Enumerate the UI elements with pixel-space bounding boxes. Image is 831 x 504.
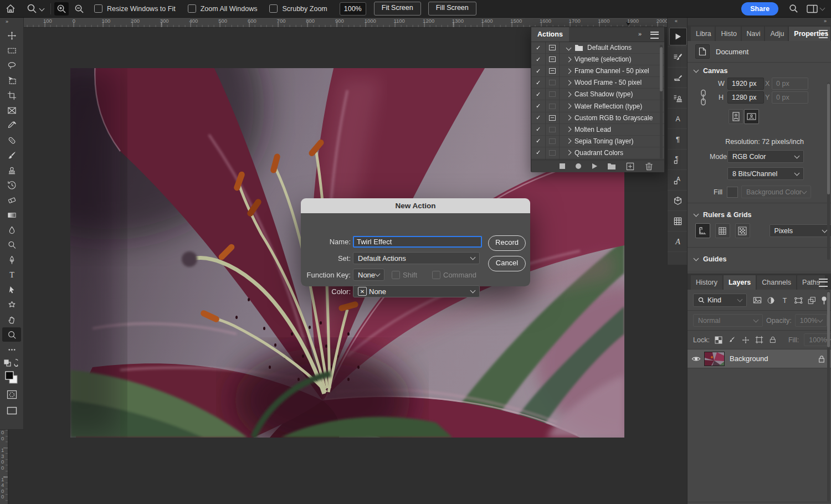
fit-screen-button[interactable]: Fit Screen [374, 2, 421, 16]
new-icon[interactable] [625, 162, 635, 171]
modal-dialog-toggle-icon[interactable] [549, 68, 556, 74]
mode-dropdown[interactable]: RGB Color [727, 150, 804, 163]
option-zoom-all-windows[interactable]: Zoom All Windows [188, 4, 258, 13]
lock-all-icon[interactable] [769, 336, 777, 344]
layer-visibility-eye-icon[interactable] [688, 355, 704, 363]
modal-dialog-toggle-icon[interactable] [549, 104, 556, 109]
toolbar-collapse-icon[interactable]: » [0, 17, 23, 28]
character-panel-icon[interactable]: A [668, 109, 688, 129]
workspace-icon[interactable] [805, 2, 819, 16]
disclosure-chevron-icon[interactable] [566, 45, 572, 50]
modal-dialog-toggle-icon[interactable] [549, 56, 556, 62]
3d-panel-icon[interactable] [668, 191, 688, 211]
action-row[interactable]: ✓Molten Lead [531, 124, 664, 136]
blend-mode-dropdown[interactable]: Normal [693, 314, 763, 327]
dodge-tool[interactable] [0, 238, 23, 253]
modal-dialog-toggle-icon[interactable] [549, 45, 556, 50]
zoom-percent-input[interactable]: 100% [340, 2, 366, 16]
height-input[interactable]: 1280 px [727, 91, 764, 104]
play-icon[interactable] [591, 163, 598, 169]
link-dimensions-icon[interactable] [700, 89, 707, 106]
bit-depth-dropdown[interactable]: 8 Bits/Channel [727, 167, 804, 180]
action-row[interactable]: ✓Custom RGB to Grayscale [531, 112, 664, 124]
paragraph-panel-icon[interactable]: ¶ [668, 129, 688, 150]
include-checkmark-icon[interactable]: ✓ [531, 56, 545, 63]
rulers-grids-header[interactable]: Rulers & Grids [688, 207, 831, 221]
hand-tool[interactable] [0, 312, 23, 327]
workspace-chevron-icon[interactable] [820, 5, 825, 11]
set-dropdown[interactable]: Default Actions [353, 252, 480, 264]
action-name-input[interactable] [353, 236, 482, 248]
swap-colors-icon[interactable] [0, 357, 23, 369]
guides-header[interactable]: Guides [688, 251, 831, 271]
actions-collapse-icon[interactable]: » [638, 30, 642, 37]
lasso-tool[interactable] [0, 58, 23, 73]
smart-object-filter-icon[interactable] [808, 296, 816, 305]
blur-tool[interactable] [0, 223, 23, 238]
modal-dialog-toggle-icon[interactable] [549, 91, 556, 97]
healing-brush-tool[interactable] [0, 133, 23, 148]
cancel-button[interactable]: Cancel [488, 256, 526, 271]
foreground-background-swatches[interactable] [0, 369, 23, 386]
units-dropdown[interactable]: Pixels [770, 224, 831, 237]
actions-tab[interactable]: Actions [531, 27, 569, 42]
action-row[interactable]: ✓Sepia Toning (layer) [531, 136, 664, 147]
action-row[interactable]: ✓Water Reflection (type) [531, 100, 664, 112]
zoom-tool-chevron-icon[interactable] [39, 6, 45, 12]
function-key-dropdown[interactable]: None [353, 269, 384, 281]
layers-menu-icon[interactable] [819, 279, 828, 287]
zoom-tool-icon[interactable] [24, 2, 39, 16]
screen-mode-icon[interactable] [0, 403, 23, 418]
folder-icon[interactable] [607, 163, 616, 170]
kind-filter-dropdown[interactable]: Kind [693, 294, 747, 307]
eraser-tool[interactable] [0, 193, 23, 208]
type-small-filter-icon[interactable]: T [780, 296, 789, 305]
zoom-in-button[interactable] [54, 2, 69, 16]
option-resize-windows-to-fit[interactable]: Resize Windows to Fit [94, 4, 176, 13]
layers-scrollbar[interactable] [827, 291, 830, 501]
frame-tool[interactable] [0, 103, 23, 118]
disclosure-chevron-icon[interactable] [566, 56, 572, 62]
tab-layers[interactable]: Layers [724, 275, 756, 290]
brushes-panel-icon[interactable] [668, 68, 688, 88]
toggle-rulers-button[interactable] [695, 223, 710, 238]
glyphs-panel-icon[interactable]: A [668, 232, 688, 252]
action-row[interactable]: ✓Quadrant Colors [531, 147, 664, 159]
include-checkmark-icon[interactable]: ✓ [531, 114, 545, 121]
rectangular-marquee-tool[interactable] [0, 43, 23, 58]
stop-icon[interactable] [559, 163, 566, 169]
actions-menu-icon[interactable] [650, 32, 659, 39]
actions-scrollbar[interactable] [660, 45, 663, 159]
type-tool[interactable]: T [0, 268, 23, 282]
modal-dialog-toggle-icon[interactable] [549, 127, 556, 132]
path-selection-tool[interactable] [0, 282, 23, 297]
crop-tool[interactable] [0, 88, 23, 103]
paragraph-styles-panel-icon[interactable]: ¶ [668, 150, 688, 170]
fill-screen-button[interactable]: Fill Screen [428, 2, 476, 16]
tab-histo[interactable]: Histo [716, 27, 740, 41]
modal-dialog-toggle-icon[interactable] [549, 150, 556, 156]
action-row[interactable]: ✓Default Actions [531, 42, 664, 54]
trash-icon[interactable] [644, 162, 654, 171]
more-tools-icon[interactable] [0, 342, 23, 357]
image-filter-icon[interactable] [753, 296, 762, 305]
pen-tool[interactable] [0, 253, 23, 268]
action-row[interactable]: ✓Wood Frame - 50 pixel [531, 77, 664, 89]
checkbox[interactable] [188, 4, 196, 13]
dialog-title[interactable]: New Action [301, 198, 530, 213]
shape-filter-icon[interactable] [794, 296, 803, 305]
lock-artboard-icon[interactable] [755, 336, 763, 344]
lock-position-icon[interactable] [742, 336, 750, 344]
disclosure-chevron-icon[interactable] [566, 127, 572, 132]
checkbox[interactable] [94, 4, 102, 13]
zoom-tool[interactable] [0, 327, 23, 342]
toggle-grid-button[interactable] [715, 223, 730, 238]
modal-dialog-toggle-icon[interactable] [549, 80, 556, 85]
orientation-portrait-button[interactable] [729, 109, 743, 124]
include-checkmark-icon[interactable]: ✓ [531, 44, 545, 52]
disclosure-chevron-icon[interactable] [566, 104, 572, 109]
brush-settings-panel-icon[interactable] [668, 47, 688, 68]
filter-pin-filter-icon[interactable] [821, 296, 827, 305]
toggle-pixel-grid-button[interactable] [735, 223, 750, 238]
disclosure-chevron-icon[interactable] [566, 115, 572, 121]
